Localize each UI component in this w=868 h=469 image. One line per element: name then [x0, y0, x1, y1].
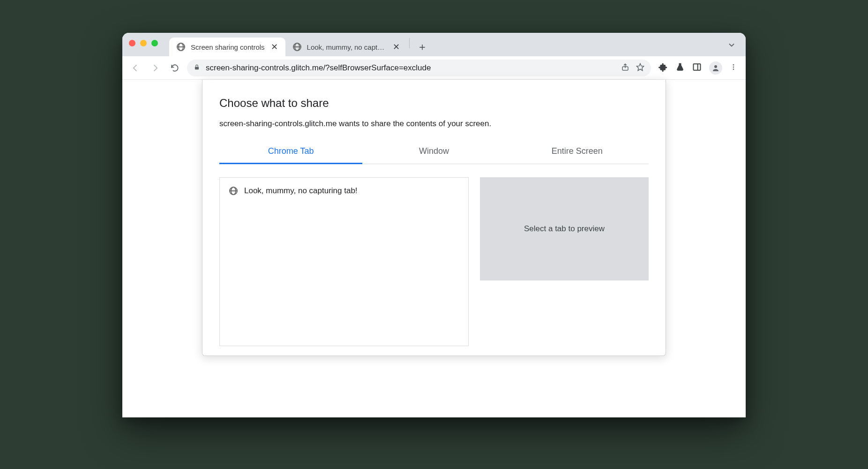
url-text: screen-sharing-controls.glitch.me/?selfB…: [206, 63, 431, 73]
dialog-subtitle: screen-sharing-controls.glitch.me wants …: [219, 119, 649, 129]
globe-icon: [293, 43, 301, 51]
close-icon[interactable]: ✕: [270, 43, 279, 51]
browser-window: Screen sharing controls ✕ Look, mummy, n…: [122, 33, 746, 417]
dialog-body: Look, mummy, no capturing tab! Select a …: [219, 177, 649, 346]
profile-avatar[interactable]: [709, 61, 722, 75]
tab-strip: Screen sharing controls ✕ Look, mummy, n…: [122, 33, 746, 56]
new-tab-button[interactable]: ＋: [415, 40, 429, 54]
star-icon[interactable]: [636, 63, 644, 73]
reload-button[interactable]: [167, 61, 182, 76]
svg-marker-2: [637, 63, 644, 70]
tab-title: Look, mummy, no capturing tab: [307, 43, 387, 51]
share-icon[interactable]: [621, 63, 629, 73]
back-button[interactable]: [128, 61, 143, 76]
labs-icon[interactable]: [675, 62, 685, 74]
svg-rect-3: [694, 64, 701, 70]
close-icon[interactable]: ✕: [392, 43, 401, 51]
extension-icons: [656, 61, 740, 75]
window-close[interactable]: [129, 40, 135, 46]
svg-point-8: [733, 68, 734, 70]
svg-point-6: [733, 64, 734, 66]
window-maximize[interactable]: [151, 40, 158, 46]
svg-rect-0: [195, 67, 199, 69]
address-bar[interactable]: screen-sharing-controls.glitch.me/?selfB…: [187, 60, 651, 76]
dialog-tabs: Chrome Tab Window Entire Screen: [219, 140, 649, 164]
tab-list-item-label: Look, mummy, no capturing tab!: [244, 186, 358, 196]
share-dialog: Choose what to share screen-sharing-cont…: [202, 80, 666, 356]
omnibox-actions: [621, 63, 644, 73]
preview-placeholder: Select a tab to preview: [480, 177, 649, 280]
preview-placeholder-text: Select a tab to preview: [524, 224, 605, 234]
tab-search-button[interactable]: [724, 38, 739, 53]
globe-icon: [177, 43, 185, 51]
svg-point-5: [714, 65, 717, 68]
tab-title: Screen sharing controls: [191, 43, 265, 51]
window-controls: [129, 33, 158, 56]
preview-panel: Select a tab to preview: [480, 177, 649, 346]
share-tab-entire-screen[interactable]: Entire Screen: [506, 140, 649, 164]
lock-icon: [194, 64, 200, 72]
tab-separator: [409, 38, 410, 48]
dialog-title: Choose what to share: [219, 97, 649, 110]
window-minimize[interactable]: [140, 40, 147, 46]
tab-list: Look, mummy, no capturing tab!: [219, 177, 469, 346]
extensions-icon[interactable]: [658, 62, 668, 74]
browser-tab[interactable]: Look, mummy, no capturing tab ✕: [285, 38, 407, 56]
share-tab-chrome-tab[interactable]: Chrome Tab: [219, 140, 362, 164]
forward-button[interactable]: [148, 61, 163, 76]
page-content: Choose what to share screen-sharing-cont…: [122, 80, 746, 417]
browser-tab-active[interactable]: Screen sharing controls ✕: [169, 38, 285, 56]
globe-icon: [229, 187, 238, 195]
browser-toolbar: screen-sharing-controls.glitch.me/?selfB…: [122, 56, 746, 80]
side-panel-icon[interactable]: [692, 62, 702, 74]
tab-list-item[interactable]: Look, mummy, no capturing tab!: [226, 184, 462, 197]
menu-icon[interactable]: [730, 63, 737, 73]
svg-point-7: [733, 66, 734, 68]
share-tab-window[interactable]: Window: [362, 140, 505, 164]
